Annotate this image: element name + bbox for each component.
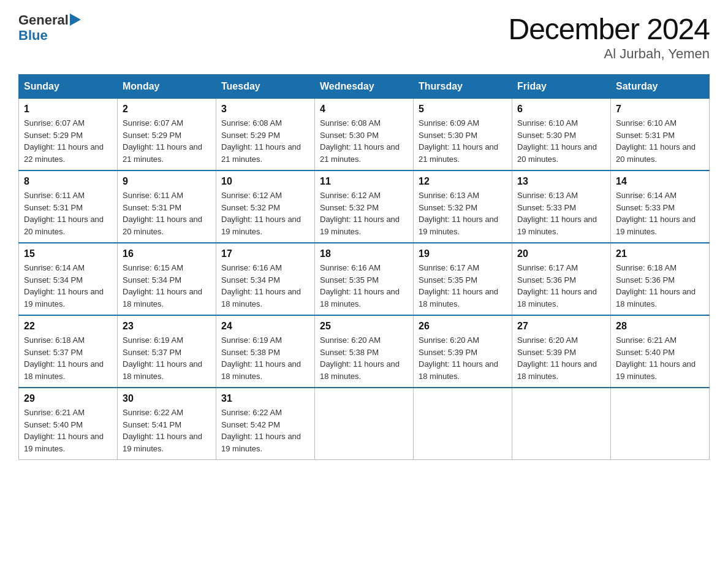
calendar-week-row: 8 Sunrise: 6:11 AM Sunset: 5:31 PM Dayli… (19, 170, 710, 243)
day-number: 14 (616, 176, 704, 187)
day-info: Sunrise: 6:18 AM Sunset: 5:37 PM Dayligh… (24, 334, 112, 382)
day-number: 3 (221, 104, 309, 115)
header-saturday: Saturday (611, 75, 710, 99)
day-info: Sunrise: 6:16 AM Sunset: 5:35 PM Dayligh… (320, 262, 408, 310)
day-number: 21 (616, 248, 704, 259)
day-info: Sunrise: 6:20 AM Sunset: 5:39 PM Dayligh… (419, 334, 507, 382)
table-row: 6 Sunrise: 6:10 AM Sunset: 5:30 PM Dayli… (512, 99, 611, 171)
header-friday: Friday (512, 75, 611, 99)
day-info: Sunrise: 6:22 AM Sunset: 5:42 PM Dayligh… (221, 407, 309, 454)
day-info: Sunrise: 6:10 AM Sunset: 5:30 PM Dayligh… (517, 117, 605, 165)
table-row: 8 Sunrise: 6:11 AM Sunset: 5:31 PM Dayli… (19, 170, 118, 243)
table-row: 22 Sunrise: 6:18 AM Sunset: 5:37 PM Dayl… (19, 315, 118, 388)
table-row: 20 Sunrise: 6:17 AM Sunset: 5:36 PM Dayl… (512, 243, 611, 315)
table-row (315, 388, 414, 460)
day-number: 7 (616, 104, 704, 115)
table-row: 11 Sunrise: 6:12 AM Sunset: 5:32 PM Dayl… (315, 170, 414, 243)
table-row: 7 Sunrise: 6:10 AM Sunset: 5:31 PM Dayli… (611, 99, 710, 171)
table-row: 17 Sunrise: 6:16 AM Sunset: 5:34 PM Dayl… (216, 243, 315, 315)
table-row: 14 Sunrise: 6:14 AM Sunset: 5:33 PM Dayl… (611, 170, 710, 243)
day-number: 2 (123, 104, 211, 115)
day-info: Sunrise: 6:19 AM Sunset: 5:38 PM Dayligh… (221, 334, 309, 382)
day-info: Sunrise: 6:17 AM Sunset: 5:35 PM Dayligh… (419, 262, 507, 310)
header-wednesday: Wednesday (315, 75, 414, 99)
day-number: 5 (419, 104, 507, 115)
day-info: Sunrise: 6:20 AM Sunset: 5:38 PM Dayligh… (320, 334, 408, 382)
table-row: 29 Sunrise: 6:21 AM Sunset: 5:40 PM Dayl… (19, 388, 118, 460)
calendar-header-row: Sunday Monday Tuesday Wednesday Thursday… (19, 75, 710, 99)
table-row: 9 Sunrise: 6:11 AM Sunset: 5:31 PM Dayli… (118, 170, 216, 243)
day-number: 6 (517, 104, 605, 115)
header-thursday: Thursday (414, 75, 512, 99)
day-info: Sunrise: 6:11 AM Sunset: 5:31 PM Dayligh… (123, 190, 211, 237)
page-title: December 2024 (508, 12, 710, 46)
day-number: 27 (517, 321, 605, 332)
table-row: 1 Sunrise: 6:07 AM Sunset: 5:29 PM Dayli… (19, 99, 118, 171)
day-info: Sunrise: 6:12 AM Sunset: 5:32 PM Dayligh… (221, 190, 309, 237)
day-number: 28 (616, 321, 704, 332)
day-number: 29 (24, 393, 112, 404)
day-number: 4 (320, 104, 408, 115)
table-row: 15 Sunrise: 6:14 AM Sunset: 5:34 PM Dayl… (19, 243, 118, 315)
day-number: 24 (221, 321, 309, 332)
table-row: 19 Sunrise: 6:17 AM Sunset: 5:35 PM Dayl… (414, 243, 512, 315)
day-number: 20 (517, 248, 605, 259)
logo-general: General (18, 13, 69, 28)
calendar-week-row: 22 Sunrise: 6:18 AM Sunset: 5:37 PM Dayl… (19, 315, 710, 388)
calendar-week-row: 15 Sunrise: 6:14 AM Sunset: 5:34 PM Dayl… (19, 243, 710, 315)
day-info: Sunrise: 6:12 AM Sunset: 5:32 PM Dayligh… (320, 190, 408, 237)
day-info: Sunrise: 6:20 AM Sunset: 5:39 PM Dayligh… (517, 334, 605, 382)
day-number: 10 (221, 176, 309, 187)
table-row: 23 Sunrise: 6:19 AM Sunset: 5:37 PM Dayl… (118, 315, 216, 388)
day-number: 18 (320, 248, 408, 259)
table-row: 18 Sunrise: 6:16 AM Sunset: 5:35 PM Dayl… (315, 243, 414, 315)
day-info: Sunrise: 6:17 AM Sunset: 5:36 PM Dayligh… (517, 262, 605, 310)
day-info: Sunrise: 6:08 AM Sunset: 5:29 PM Dayligh… (221, 117, 309, 165)
day-info: Sunrise: 6:15 AM Sunset: 5:34 PM Dayligh… (123, 262, 211, 310)
day-info: Sunrise: 6:13 AM Sunset: 5:33 PM Dayligh… (517, 190, 605, 237)
calendar-week-row: 29 Sunrise: 6:21 AM Sunset: 5:40 PM Dayl… (19, 388, 710, 460)
logo-blue: Blue (18, 28, 48, 43)
table-row: 27 Sunrise: 6:20 AM Sunset: 5:39 PM Dayl… (512, 315, 611, 388)
day-number: 23 (123, 321, 211, 332)
day-number: 26 (419, 321, 507, 332)
table-row: 16 Sunrise: 6:15 AM Sunset: 5:34 PM Dayl… (118, 243, 216, 315)
day-number: 25 (320, 321, 408, 332)
logo-triangle-icon (70, 13, 85, 28)
table-row: 5 Sunrise: 6:09 AM Sunset: 5:30 PM Dayli… (414, 99, 512, 171)
day-info: Sunrise: 6:22 AM Sunset: 5:41 PM Dayligh… (123, 407, 211, 454)
day-number: 19 (419, 248, 507, 259)
table-row: 13 Sunrise: 6:13 AM Sunset: 5:33 PM Dayl… (512, 170, 611, 243)
day-number: 8 (24, 176, 112, 187)
table-row: 25 Sunrise: 6:20 AM Sunset: 5:38 PM Dayl… (315, 315, 414, 388)
header-tuesday: Tuesday (216, 75, 315, 99)
table-row: 31 Sunrise: 6:22 AM Sunset: 5:42 PM Dayl… (216, 388, 315, 460)
day-info: Sunrise: 6:09 AM Sunset: 5:30 PM Dayligh… (419, 117, 507, 165)
day-number: 17 (221, 248, 309, 259)
day-info: Sunrise: 6:07 AM Sunset: 5:29 PM Dayligh… (24, 117, 112, 165)
day-number: 1 (24, 104, 112, 115)
svg-marker-0 (70, 13, 81, 26)
day-info: Sunrise: 6:19 AM Sunset: 5:37 PM Dayligh… (123, 334, 211, 382)
day-info: Sunrise: 6:10 AM Sunset: 5:31 PM Dayligh… (616, 117, 704, 165)
table-row: 30 Sunrise: 6:22 AM Sunset: 5:41 PM Dayl… (118, 388, 216, 460)
calendar-table: Sunday Monday Tuesday Wednesday Thursday… (18, 74, 710, 460)
title-section: December 2024 Al Jurbah, Yemen (508, 12, 710, 62)
table-row: 4 Sunrise: 6:08 AM Sunset: 5:30 PM Dayli… (315, 99, 414, 171)
table-row: 24 Sunrise: 6:19 AM Sunset: 5:38 PM Dayl… (216, 315, 315, 388)
table-row: 3 Sunrise: 6:08 AM Sunset: 5:29 PM Dayli… (216, 99, 315, 171)
day-number: 31 (221, 393, 309, 404)
day-info: Sunrise: 6:14 AM Sunset: 5:33 PM Dayligh… (616, 190, 704, 237)
table-row (611, 388, 710, 460)
day-number: 15 (24, 248, 112, 259)
day-info: Sunrise: 6:13 AM Sunset: 5:32 PM Dayligh… (419, 190, 507, 237)
day-number: 22 (24, 321, 112, 332)
day-info: Sunrise: 6:07 AM Sunset: 5:29 PM Dayligh… (123, 117, 211, 165)
table-row: 2 Sunrise: 6:07 AM Sunset: 5:29 PM Dayli… (118, 99, 216, 171)
day-info: Sunrise: 6:21 AM Sunset: 5:40 PM Dayligh… (24, 407, 112, 454)
day-number: 11 (320, 176, 408, 187)
day-number: 13 (517, 176, 605, 187)
header-sunday: Sunday (19, 75, 118, 99)
day-number: 9 (123, 176, 211, 187)
table-row: 28 Sunrise: 6:21 AM Sunset: 5:40 PM Dayl… (611, 315, 710, 388)
